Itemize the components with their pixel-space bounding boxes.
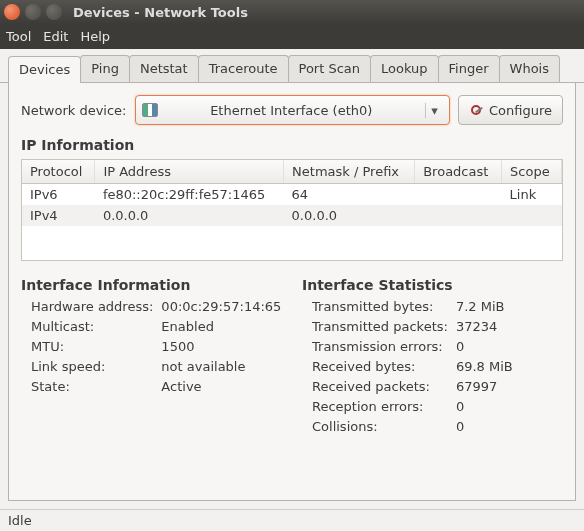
txe-label: Transmission errors: xyxy=(312,339,448,354)
hw-value: 00:0c:29:57:14:65 xyxy=(161,299,282,314)
tab-portscan[interactable]: Port Scan xyxy=(288,55,372,82)
col-scope[interactable]: Scope xyxy=(502,160,562,184)
interface-stats-heading: Interface Statistics xyxy=(302,277,563,293)
hw-label: Hardware address: xyxy=(31,299,153,314)
cell-scope: Link xyxy=(502,184,562,206)
col-netmask[interactable]: Netmask / Prefix xyxy=(284,160,415,184)
mtu-value: 1500 xyxy=(161,339,282,354)
ip-table: Protocol IP Address Netmask / Prefix Bro… xyxy=(21,159,563,261)
rxb-label: Received bytes: xyxy=(312,359,448,374)
tab-finger[interactable]: Finger xyxy=(438,55,500,82)
tab-whois[interactable]: Whois xyxy=(499,55,560,82)
cell-netmask: 0.0.0.0 xyxy=(284,205,415,226)
txp-value: 37234 xyxy=(456,319,563,334)
tab-lookup[interactable]: Lookup xyxy=(370,55,439,82)
interface-stats-col: Interface Statistics Transmitted bytes: … xyxy=(302,265,563,434)
txb-label: Transmitted bytes: xyxy=(312,299,448,314)
chevron-down-icon: ▾ xyxy=(425,103,443,118)
st-label: State: xyxy=(31,379,153,394)
table-header-row: Protocol IP Address Netmask / Prefix Bro… xyxy=(22,160,562,184)
content-area: Devices Ping Netstat Traceroute Port Sca… xyxy=(0,49,584,509)
network-device-selected: Ethernet Interface (eth0) xyxy=(166,103,417,118)
cell-netmask: 64 xyxy=(284,184,415,206)
table-row[interactable]: IPv6 fe80::20c:29ff:fe57:1465 64 Link xyxy=(22,184,562,206)
ls-value: not available xyxy=(161,359,282,374)
col-label: Collisions: xyxy=(312,419,448,434)
rxp-label: Received packets: xyxy=(312,379,448,394)
tab-row: Devices Ping Netstat Traceroute Port Sca… xyxy=(0,49,584,83)
tab-ping[interactable]: Ping xyxy=(80,55,130,82)
rxe-value: 0 xyxy=(456,399,563,414)
cell-broadcast xyxy=(415,184,502,206)
cell-ip: 0.0.0.0 xyxy=(95,205,284,226)
mtu-label: MTU: xyxy=(31,339,153,354)
col-ip[interactable]: IP Address xyxy=(95,160,284,184)
col-value: 0 xyxy=(456,419,563,434)
tab-netstat[interactable]: Netstat xyxy=(129,55,199,82)
network-device-combo[interactable]: Ethernet Interface (eth0) ▾ xyxy=(135,95,450,125)
network-device-label: Network device: xyxy=(21,103,127,118)
mc-label: Multicast: xyxy=(31,319,153,334)
titlebar: Devices - Network Tools xyxy=(0,0,584,24)
devices-panel: Network device: Ethernet Interface (eth0… xyxy=(8,83,576,501)
cell-protocol: IPv4 xyxy=(22,205,95,226)
table-spacer xyxy=(22,226,562,260)
minimize-icon[interactable] xyxy=(25,4,41,20)
col-protocol[interactable]: Protocol xyxy=(22,160,95,184)
txp-label: Transmitted packets: xyxy=(312,319,448,334)
gear-icon xyxy=(469,103,483,117)
cell-scope xyxy=(502,205,562,226)
device-row: Network device: Ethernet Interface (eth0… xyxy=(21,95,563,125)
rxp-value: 67997 xyxy=(456,379,563,394)
configure-button[interactable]: Configure xyxy=(458,95,563,125)
mc-value: Enabled xyxy=(161,319,282,334)
menu-help[interactable]: Help xyxy=(80,29,110,44)
configure-label: Configure xyxy=(489,103,552,118)
menu-edit[interactable]: Edit xyxy=(43,29,68,44)
status-text: Idle xyxy=(8,513,32,528)
tab-traceroute[interactable]: Traceroute xyxy=(198,55,289,82)
menu-tool[interactable]: Tool xyxy=(6,29,31,44)
rxe-label: Reception errors: xyxy=(312,399,448,414)
cell-broadcast xyxy=(415,205,502,226)
ethernet-icon xyxy=(142,103,158,117)
txe-value: 0 xyxy=(456,339,563,354)
interface-info-col: Interface Information Hardware address: … xyxy=(21,265,282,434)
window-title: Devices - Network Tools xyxy=(73,5,248,20)
menubar: Tool Edit Help xyxy=(0,24,584,49)
cell-protocol: IPv6 xyxy=(22,184,95,206)
table-row[interactable]: IPv4 0.0.0.0 0.0.0.0 xyxy=(22,205,562,226)
tab-devices[interactable]: Devices xyxy=(8,56,81,83)
ls-label: Link speed: xyxy=(31,359,153,374)
ip-information-heading: IP Information xyxy=(21,137,563,153)
txb-value: 7.2 MiB xyxy=(456,299,563,314)
cell-ip: fe80::20c:29ff:fe57:1465 xyxy=(95,184,284,206)
close-icon[interactable] xyxy=(4,4,20,20)
st-value: Active xyxy=(161,379,282,394)
interface-info-heading: Interface Information xyxy=(21,277,282,293)
maximize-icon[interactable] xyxy=(46,4,62,20)
info-columns: Interface Information Hardware address: … xyxy=(21,265,563,434)
rxb-value: 69.8 MiB xyxy=(456,359,563,374)
col-broadcast[interactable]: Broadcast xyxy=(415,160,502,184)
statusbar: Idle xyxy=(0,509,584,531)
